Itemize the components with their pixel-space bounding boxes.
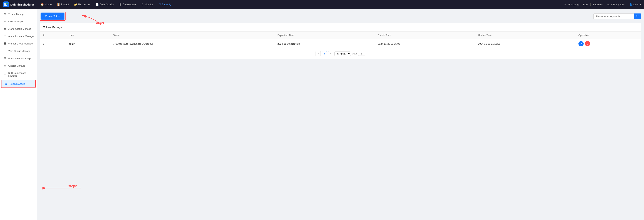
- search-icon: [636, 15, 639, 18]
- svg-rect-11: [4, 44, 5, 45]
- resources-icon: 📁: [74, 3, 77, 6]
- datasource-icon: 🗄: [119, 3, 122, 6]
- ui-setting-label[interactable]: UI Setting: [568, 3, 579, 6]
- sidebar-item-token-manage[interactable]: Token Manage: [2, 80, 35, 88]
- col-header-index: #: [40, 32, 66, 39]
- cluster-icon: [4, 64, 6, 67]
- goto-label: Goto: [352, 52, 357, 55]
- delete-button[interactable]: [585, 41, 590, 46]
- data-quality-icon: 📄: [96, 3, 99, 6]
- table-header: # User Token Expiration Time Create Time…: [40, 32, 641, 39]
- k8s-icon: [4, 73, 6, 76]
- nav-divider-4: [627, 3, 627, 6]
- top-navigation: DolphinScheduler 🏠 Home 📋 Project 📁 Reso…: [0, 0, 644, 9]
- goto-input[interactable]: [358, 52, 366, 56]
- cell-index: 1: [40, 39, 66, 49]
- svg-point-23: [636, 15, 638, 16]
- table-title: Token Manage: [40, 23, 641, 32]
- page-size-select[interactable]: 10 / page: [334, 52, 351, 56]
- nav-data-quality[interactable]: 📄 Data Quality: [94, 2, 116, 7]
- col-header-expiration: Expiration Time: [274, 32, 375, 39]
- svg-rect-16: [5, 51, 6, 52]
- environment-icon: [4, 57, 6, 60]
- security-icon: 🛡: [158, 3, 161, 6]
- svg-point-1: [6, 3, 8, 4]
- nav-divider-3: [605, 3, 605, 6]
- table-body: 1 admin 77670a6c22fd4372455ec51f1fab992c…: [40, 39, 641, 49]
- toolbar-annotation-area: Create Token: [40, 12, 641, 21]
- col-header-user: User: [66, 32, 110, 39]
- nav-home[interactable]: 🏠 Home: [38, 2, 54, 7]
- pagination: ‹ 1 › 10 / page Goto: [40, 48, 641, 59]
- nav-monitor[interactable]: 🖥 Monitor: [139, 2, 156, 7]
- edit-button[interactable]: [578, 41, 584, 46]
- sidebar-item-alarm-instance-manage[interactable]: Alarm Instance Manage: [0, 32, 37, 40]
- search-box: [594, 14, 641, 19]
- gear-icon: ⚙: [564, 3, 566, 6]
- language-dropdown[interactable]: English ▾: [593, 3, 603, 6]
- create-token-wrapper: Create Token: [40, 12, 66, 21]
- svg-point-2: [4, 13, 6, 14]
- token-manage-icon: [4, 82, 8, 85]
- sidebar-token-manage-wrapper: Token Manage: [1, 80, 36, 88]
- svg-point-17: [5, 58, 5, 58]
- nav-project[interactable]: 📋 Project: [55, 2, 71, 7]
- sidebar-item-cluster-manage[interactable]: Cluster Manage: [0, 62, 37, 70]
- col-header-update-time: Update Time: [475, 32, 575, 39]
- col-header-token: Token: [110, 32, 274, 39]
- worker-group-icon: [4, 42, 6, 45]
- timezone-dropdown[interactable]: Asia/Shanghai ▾: [607, 3, 624, 6]
- cell-update-time: 2024-11-20 21:15:06: [475, 39, 575, 49]
- user-manage-icon: [4, 20, 6, 23]
- search-input[interactable]: [594, 14, 634, 19]
- sidebar-item-alarm-group-manage[interactable]: Alarm Group Manage: [0, 25, 37, 32]
- alarm-group-icon: [4, 27, 6, 30]
- timezone-label: Asia/Shanghai: [607, 3, 623, 6]
- user-dropdown[interactable]: 👤 admin ▾: [629, 3, 641, 6]
- project-icon: 📋: [57, 3, 60, 6]
- svg-rect-10: [5, 43, 6, 44]
- svg-point-8: [5, 36, 5, 36]
- cell-token: 77670a6c22fd4372455ec51f1fab992c: [110, 39, 274, 49]
- chevron-down-icon-3: ▾: [640, 3, 641, 6]
- nav-resources[interactable]: 📁 Resources: [72, 2, 93, 7]
- language-label: English: [593, 3, 601, 6]
- user-label: admin: [633, 3, 639, 6]
- sidebar-item-yarn-queue-manage[interactable]: Yarn Queue Manage: [0, 47, 37, 55]
- search-button[interactable]: [634, 14, 641, 19]
- nav-datasource[interactable]: 🗄 Datasource: [117, 2, 138, 7]
- svg-line-24: [638, 16, 639, 17]
- table-row: 1 admin 77670a6c22fd4372455ec51f1fab992c…: [40, 39, 641, 49]
- prev-page-button[interactable]: ‹: [316, 51, 321, 56]
- sidebar-item-environment-manage[interactable]: Environment Manage: [0, 55, 37, 62]
- col-header-create-time: Create Time: [375, 32, 475, 39]
- svg-rect-9: [4, 43, 5, 44]
- sidebar-item-user-manage[interactable]: User Manage: [0, 18, 37, 25]
- token-table: # User Token Expiration Time Create Time…: [40, 32, 641, 48]
- nav-divider-2: [590, 3, 591, 6]
- svg-point-22: [4, 74, 5, 75]
- yarn-queue-icon: [4, 50, 6, 52]
- page-1-button[interactable]: 1: [322, 51, 327, 56]
- tenant-icon: [4, 12, 6, 16]
- svg-rect-18: [4, 65, 6, 66]
- sidebar-item-worker-group-manage[interactable]: Worker Group Manage: [0, 40, 37, 47]
- svg-rect-12: [5, 44, 6, 45]
- svg-point-3: [4, 20, 6, 22]
- app-logo[interactable]: DolphinScheduler: [3, 2, 34, 8]
- table-container: Token Manage # User Token Expiration Tim…: [40, 23, 641, 59]
- alarm-instance-icon: [4, 35, 6, 38]
- toolbar: Create Token: [40, 12, 641, 21]
- nav-right: ⚙ UI Setting Dark English ▾ Asia/Shangha…: [564, 3, 641, 6]
- sidebar-item-tenant-manage[interactable]: Tenant Manage: [0, 10, 37, 18]
- create-token-button[interactable]: Create Token: [41, 13, 64, 20]
- nav-security[interactable]: 🛡 Security: [156, 2, 174, 7]
- cell-operation: [576, 39, 641, 49]
- user-icon: 👤: [629, 3, 632, 6]
- svg-rect-14: [5, 50, 6, 51]
- cell-create-time: 2024-11-20 21:15:06: [375, 39, 475, 49]
- monitor-icon: 🖥: [141, 3, 144, 6]
- svg-rect-15: [4, 51, 5, 52]
- sidebar-item-k8s-namespace-manage[interactable]: K8S Namespace Manage: [0, 70, 37, 79]
- next-page-button[interactable]: ›: [328, 51, 333, 56]
